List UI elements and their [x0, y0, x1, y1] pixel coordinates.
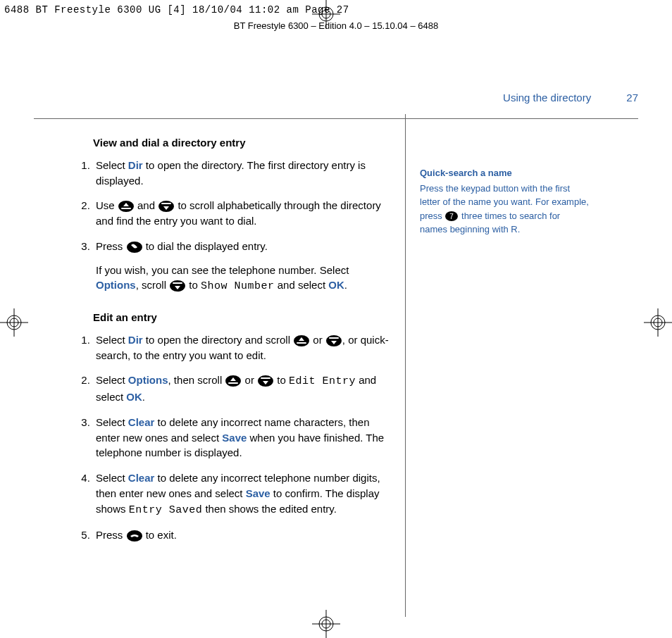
- edit-step-4: Select Clear to delete any incorrect tel…: [93, 470, 391, 518]
- down-button-icon: [258, 375, 273, 387]
- edit-step-5: Press to exit.: [93, 527, 391, 543]
- kw-options: Options: [96, 279, 136, 291]
- heading-edit-entry: Edit an entry: [93, 310, 391, 325]
- steps-edit-entry: Select Dir to open the directory and scr…: [70, 332, 391, 543]
- talk-button-icon: [127, 242, 142, 253]
- lcd-entry-saved: Entry Saved: [129, 504, 203, 516]
- kw-dir: Dir: [128, 159, 143, 171]
- down-button-icon: [326, 335, 342, 346]
- column-divider: [405, 114, 406, 617]
- kw-clear: Clear: [128, 416, 155, 428]
- end-button-icon: [127, 530, 142, 542]
- tip-heading: Quick-search a name: [420, 166, 589, 180]
- up-button-icon: [225, 375, 241, 387]
- down-button-icon: [158, 201, 174, 212]
- running-header: Using the directory 27: [503, 90, 638, 106]
- section-title: Using the directory: [503, 92, 591, 104]
- steps-view-and-dial: Select Dir to open the directory. The fi…: [70, 158, 391, 294]
- lcd-edit-entry: Edit Entry: [289, 375, 356, 387]
- up-button-icon: [294, 335, 309, 346]
- up-button-icon: [118, 201, 134, 212]
- header-rule: [34, 118, 638, 119]
- sidebar-tip: Quick-search a name Press the keypad but…: [420, 166, 589, 237]
- step-3: Press to dial the displayed entry. If yo…: [93, 239, 391, 294]
- step-1: Select Dir to open the directory. The fi…: [93, 158, 391, 189]
- step-3-note: If you wish, you can see the telephone n…: [96, 263, 391, 295]
- main-column: View and dial a directory entry Select D…: [70, 135, 391, 558]
- kw-save: Save: [222, 432, 247, 444]
- page: { "slug": "6488 BT Freestyle 6300 UG [4]…: [0, 0, 672, 638]
- kw-ok: OK: [328, 279, 344, 291]
- lcd-show-number: Show Number: [201, 280, 275, 292]
- step-2: Use and to scroll alphabetically through…: [93, 198, 391, 229]
- edit-step-2: Select Options, then scroll or to Edit E…: [93, 373, 391, 405]
- down-button-icon: [170, 280, 185, 292]
- edit-step-1: Select Dir to open the directory and scr…: [93, 332, 391, 363]
- keypad-7-icon: [445, 211, 458, 221]
- heading-view-and-dial: View and dial a directory entry: [93, 135, 391, 151]
- edit-step-3: Select Clear to delete any incorrect nam…: [93, 415, 391, 461]
- page-number: 27: [626, 92, 638, 104]
